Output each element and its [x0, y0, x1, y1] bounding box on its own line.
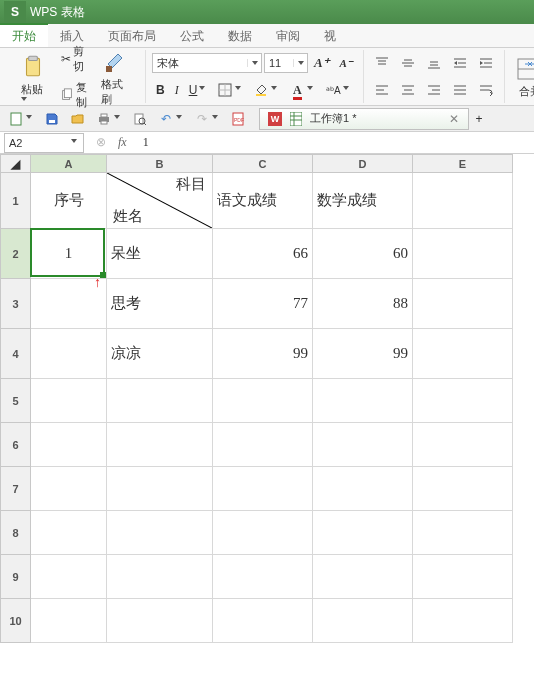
row-header-2[interactable]: 2 — [1, 229, 31, 279]
qat-new-button[interactable] — [4, 109, 38, 129]
cell-D8[interactable] — [313, 511, 413, 555]
align-center-button[interactable] — [396, 80, 420, 100]
border-button[interactable] — [213, 80, 247, 100]
cell-D9[interactable] — [313, 555, 413, 599]
copy-button[interactable]: 复制 — [56, 78, 93, 112]
align-middle-button[interactable] — [396, 53, 420, 73]
col-header-C[interactable]: C — [213, 155, 313, 173]
qat-redo-button[interactable]: ↷ — [190, 109, 224, 129]
cell-D1[interactable]: 数学成绩 — [313, 173, 413, 229]
tab-data[interactable]: 数据 — [216, 24, 264, 47]
font-name-combo[interactable]: 宋体 — [152, 53, 262, 73]
qat-save-button[interactable] — [40, 109, 64, 129]
col-header-B[interactable]: B — [107, 155, 213, 173]
cell-D3[interactable]: 88 — [313, 279, 413, 329]
fx-button[interactable]: fx — [114, 133, 131, 152]
cell-A8[interactable] — [31, 511, 107, 555]
cell-E9[interactable] — [413, 555, 513, 599]
cell-C9[interactable] — [213, 555, 313, 599]
indent-increase-button[interactable] — [474, 53, 498, 73]
bold-button[interactable]: B — [152, 81, 169, 99]
row-header-3[interactable]: 3 — [1, 279, 31, 329]
underline-button[interactable]: U — [185, 81, 212, 99]
cell-E3[interactable] — [413, 279, 513, 329]
cell-B1[interactable]: 科目姓名 — [107, 173, 213, 229]
cell-A6[interactable] — [31, 423, 107, 467]
font-color-button[interactable]: A — [285, 80, 319, 100]
qat-undo-button[interactable]: ↶ — [154, 109, 188, 129]
row-header-8[interactable]: 8 — [1, 511, 31, 555]
tab-review[interactable]: 审阅 — [264, 24, 312, 47]
formula-input[interactable]: 1 — [135, 135, 534, 150]
row-header-4[interactable]: 4 — [1, 329, 31, 379]
cell-D10[interactable] — [313, 599, 413, 643]
cell-B8[interactable] — [107, 511, 213, 555]
cell-E5[interactable] — [413, 379, 513, 423]
cell-C8[interactable] — [213, 511, 313, 555]
cell-C4[interactable]: 99 — [213, 329, 313, 379]
cell-E2[interactable] — [413, 229, 513, 279]
cell-D7[interactable] — [313, 467, 413, 511]
cell-A1[interactable]: 序号 — [31, 173, 107, 229]
col-header-D[interactable]: D — [313, 155, 413, 173]
align-bottom-button[interactable] — [422, 53, 446, 73]
cell-B7[interactable] — [107, 467, 213, 511]
qat-print-button[interactable] — [92, 109, 126, 129]
increase-font-button[interactable]: A⁺ — [310, 53, 334, 73]
document-tab[interactable]: W 工作簿1 * ✕ — [259, 108, 469, 130]
cancel-formula-button[interactable]: ⊗ — [92, 133, 110, 152]
qat-pdf-button[interactable]: PDF — [226, 109, 250, 129]
cell-C1[interactable]: 语文成绩 — [213, 173, 313, 229]
cell-E7[interactable] — [413, 467, 513, 511]
cut-button[interactable]: ✂ 剪切 — [56, 42, 93, 76]
row-header-1[interactable]: 1 — [1, 173, 31, 229]
cell-D4[interactable]: 99 — [313, 329, 413, 379]
cell-A10[interactable] — [31, 599, 107, 643]
cell-B5[interactable] — [107, 379, 213, 423]
cell-B2[interactable]: 呆坐 — [107, 229, 213, 279]
cell-D5[interactable] — [313, 379, 413, 423]
row-header-7[interactable]: 7 — [1, 467, 31, 511]
spreadsheet-grid[interactable]: ◢ABCDE1序号科目姓名语文成绩数学成绩21呆坐66603思考77884凉凉9… — [0, 154, 534, 643]
col-header-A[interactable]: A — [31, 155, 107, 173]
cell-C5[interactable] — [213, 379, 313, 423]
cell-A4[interactable] — [31, 329, 107, 379]
tab-formula[interactable]: 公式 — [168, 24, 216, 47]
tab-home[interactable]: 开始 — [0, 23, 48, 47]
justify-button[interactable] — [448, 80, 472, 100]
indent-decrease-button[interactable] — [448, 53, 472, 73]
font-size-combo[interactable]: 11 — [264, 53, 308, 73]
cell-B9[interactable] — [107, 555, 213, 599]
format-painter-button[interactable]: 格式刷 — [97, 45, 135, 109]
row-header-6[interactable]: 6 — [1, 423, 31, 467]
paste-button[interactable]: 粘贴 — [14, 50, 52, 103]
wrap-text-button[interactable] — [474, 80, 498, 100]
tab-view[interactable]: 视 — [312, 24, 348, 47]
row-header-9[interactable]: 9 — [1, 555, 31, 599]
cell-E8[interactable] — [413, 511, 513, 555]
cell-B4[interactable]: 凉凉 — [107, 329, 213, 379]
cell-E1[interactable] — [413, 173, 513, 229]
italic-button[interactable]: I — [171, 81, 183, 100]
qat-preview-button[interactable] — [128, 109, 152, 129]
align-left-button[interactable] — [370, 80, 394, 100]
qat-open-button[interactable] — [66, 109, 90, 129]
cell-E6[interactable] — [413, 423, 513, 467]
row-header-10[interactable]: 10 — [1, 599, 31, 643]
decrease-font-button[interactable]: A⁻ — [336, 55, 357, 72]
cell-A9[interactable] — [31, 555, 107, 599]
align-top-button[interactable] — [370, 53, 394, 73]
cell-B3[interactable]: 思考 — [107, 279, 213, 329]
cell-C6[interactable] — [213, 423, 313, 467]
new-tab-button[interactable]: + — [471, 110, 486, 128]
align-right-button[interactable] — [422, 80, 446, 100]
cell-C3[interactable]: 77 — [213, 279, 313, 329]
merge-button[interactable]: 合并 — [511, 52, 534, 101]
cell-E4[interactable] — [413, 329, 513, 379]
cell-A2[interactable]: 1 — [31, 229, 107, 279]
tab-layout[interactable]: 页面布局 — [96, 24, 168, 47]
cell-C10[interactable] — [213, 599, 313, 643]
cell-A5[interactable] — [31, 379, 107, 423]
cell-E10[interactable] — [413, 599, 513, 643]
phonetic-button[interactable]: ᵃᵇA — [321, 80, 355, 100]
